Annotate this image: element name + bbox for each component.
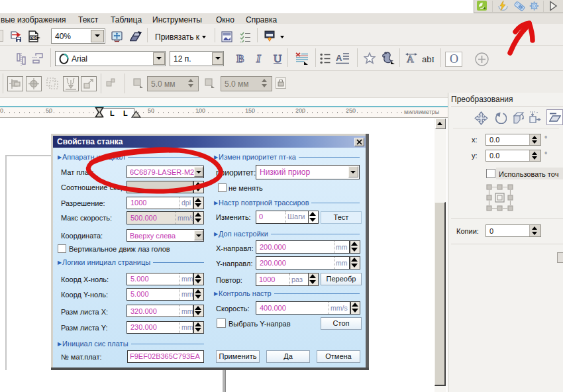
svg-text:PDF: PDF (30, 35, 38, 40)
svg-text:A: A (336, 53, 342, 63)
